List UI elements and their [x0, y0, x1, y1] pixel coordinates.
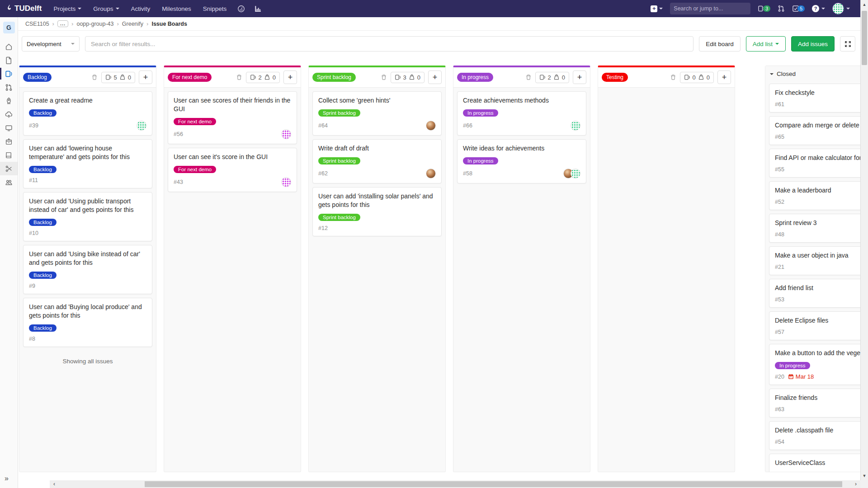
- menu-groups[interactable]: Groups: [93, 5, 119, 12]
- sidebar-item-members[interactable]: [0, 175, 18, 189]
- issue-card[interactable]: Compare adn merge or delete old b#65: [769, 116, 868, 145]
- issue-card[interactable]: Finalize friends#63: [769, 389, 868, 418]
- menu-snippets[interactable]: Snippets: [203, 5, 227, 12]
- issue-card[interactable]: Write ideas for achievementsIn progress#…: [457, 139, 586, 183]
- list-label[interactable]: Backlog: [23, 73, 52, 82]
- list-label[interactable]: Sprint backlog: [312, 73, 356, 82]
- issue-card[interactable]: User can add 'Buying local produce' and …: [23, 298, 152, 347]
- card-label-pill[interactable]: Backlog: [29, 166, 57, 173]
- issue-card[interactable]: User can add 'Using public transport ins…: [23, 192, 152, 241]
- vertical-scrollbar[interactable]: ▲ ▼: [860, 0, 868, 488]
- sidebar-item-issues[interactable]: [0, 67, 18, 80]
- add-list-button[interactable]: Add list: [746, 36, 786, 52]
- sidebar-item-snippets[interactable]: [0, 162, 18, 175]
- delete-list-button[interactable]: [670, 74, 676, 80]
- issue-card[interactable]: User can add 'Using bike instead of car'…: [23, 245, 152, 294]
- issue-card[interactable]: Add friend list#53: [769, 279, 868, 308]
- issue-card[interactable]: User can see scores of their friends in …: [168, 91, 297, 144]
- add-issue-button[interactable]: +: [573, 70, 586, 84]
- board-switcher[interactable]: Development: [22, 36, 80, 52]
- add-issue-button[interactable]: +: [428, 70, 442, 84]
- scroll-up-arrow[interactable]: ▲: [861, 2, 868, 7]
- weight-count: 0: [417, 74, 420, 81]
- card-label-pill[interactable]: Backlog: [29, 272, 57, 279]
- issue-card[interactable]: User can add 'lowering house temperature…: [23, 139, 152, 188]
- list-label[interactable]: For next demo: [168, 73, 212, 82]
- breadcrumb-ellipsis-button[interactable]: ...: [57, 20, 68, 27]
- issue-card[interactable]: Make a leaderboard#52: [769, 181, 868, 210]
- menu-projects[interactable]: Projects: [53, 5, 81, 12]
- card-label-pill[interactable]: In progress: [463, 157, 498, 164]
- issue-card[interactable]: Make a user object in java#21: [769, 246, 868, 275]
- help-menu[interactable]: ?: [812, 5, 825, 12]
- vertical-scroll-thumb[interactable]: [862, 11, 867, 65]
- sidebar-item-ci-cd[interactable]: [0, 94, 18, 108]
- fullscreen-button[interactable]: [840, 36, 855, 52]
- tudelft-logo[interactable]: TUDelft: [6, 4, 42, 13]
- issue-card[interactable]: Fix checkstyle#61: [769, 84, 868, 113]
- user-menu[interactable]: [832, 3, 850, 14]
- issue-card[interactable]: User can see it's score in the GUIFor ne…: [168, 148, 297, 192]
- delete-list-button[interactable]: [381, 74, 387, 80]
- card-label-pill[interactable]: Sprint backlog: [318, 157, 360, 164]
- card-label-pill[interactable]: Backlog: [29, 219, 57, 226]
- sidebar-item-merge-requests[interactable]: [0, 80, 18, 94]
- sidebar-item-wiki[interactable]: [0, 148, 18, 162]
- sidebar-item-operations[interactable]: [0, 108, 18, 121]
- scroll-left-arrow[interactable]: ‹: [53, 480, 55, 488]
- todos-icon[interactable]: 5: [792, 5, 805, 12]
- menu-activity[interactable]: Activity: [131, 5, 151, 12]
- list-label[interactable]: Testing: [602, 73, 628, 82]
- issue-card[interactable]: Create a great readmeBacklog#39: [23, 91, 152, 136]
- card-label-pill[interactable]: Backlog: [29, 324, 57, 332]
- delete-list-button[interactable]: [525, 74, 532, 80]
- issue-card[interactable]: Sprint review 3#48: [769, 214, 868, 243]
- issue-card[interactable]: Write draft of draftSprint backlog#62: [312, 139, 442, 183]
- sidebar-item-repository[interactable]: [0, 53, 18, 67]
- card-label-pill[interactable]: In progress: [775, 362, 810, 369]
- add-issue-button[interactable]: +: [283, 70, 297, 84]
- breadcrumb-project[interactable]: Greenify: [122, 21, 143, 27]
- issue-card[interactable]: Create achievements methodsIn progress#6…: [457, 91, 586, 136]
- issue-card[interactable]: Delete Eclipse files#57: [769, 311, 868, 340]
- sidebar-item-home[interactable]: [0, 40, 18, 53]
- sidebar-item-monitor[interactable]: [0, 121, 18, 135]
- menu-milestones[interactable]: Milestones: [162, 5, 191, 12]
- add-issue-button[interactable]: +: [717, 70, 731, 84]
- horizontal-scrollbar[interactable]: ‹ ›: [50, 480, 860, 488]
- issue-card[interactable]: Collect some 'green hints'Sprint backlog…: [312, 91, 442, 136]
- breadcrumb-group[interactable]: CSE1105: [25, 21, 49, 27]
- card-label-pill[interactable]: In progress: [463, 109, 498, 117]
- collapse-list-caret[interactable]: [770, 73, 774, 75]
- issue-card[interactable]: Make a button to add the vegetarianIn pr…: [769, 344, 868, 385]
- analytics-chart-icon[interactable]: [254, 5, 262, 13]
- card-label-pill[interactable]: Sprint backlog: [318, 214, 360, 221]
- issue-card[interactable]: User can add 'installing solar panels' a…: [312, 187, 442, 236]
- card-label-pill[interactable]: Sprint backlog: [318, 109, 360, 117]
- card-label-pill[interactable]: Backlog: [29, 109, 57, 117]
- delete-list-button[interactable]: [91, 74, 98, 80]
- edit-board-button[interactable]: Edit board: [699, 36, 741, 52]
- sidebar-item-packages[interactable]: [0, 135, 18, 148]
- add-issues-button[interactable]: Add issues: [791, 36, 835, 52]
- issues-icon[interactable]: 3: [758, 5, 770, 12]
- add-issue-button[interactable]: +: [139, 70, 152, 84]
- new-menu-button[interactable]: +: [651, 5, 663, 12]
- issue-card[interactable]: Delete .classpath file#54: [769, 421, 868, 450]
- scroll-right-arrow[interactable]: ›: [855, 480, 857, 488]
- breadcrumb-subgroup[interactable]: oopp-group-43: [76, 21, 113, 27]
- list-label[interactable]: In progress: [457, 73, 493, 82]
- scroll-down-arrow[interactable]: ▼: [861, 474, 868, 478]
- card-label-pill[interactable]: For next demo: [174, 118, 216, 125]
- filter-input[interactable]: [85, 36, 693, 52]
- horizontal-scroll-thumb[interactable]: [145, 481, 842, 487]
- delete-list-button[interactable]: [236, 74, 242, 80]
- issue-card[interactable]: Find API or make calculator for CO2#55: [769, 149, 868, 178]
- global-search-input[interactable]: [674, 5, 746, 12]
- card-label-pill[interactable]: For next demo: [174, 166, 216, 173]
- issue-card[interactable]: UserServiceClass#50: [769, 454, 868, 472]
- dashboard-gauge-icon[interactable]: [237, 5, 245, 13]
- merge-request-icon[interactable]: [778, 5, 785, 12]
- project-avatar[interactable]: G: [3, 22, 15, 33]
- sidebar-expand-button[interactable]: »: [5, 474, 9, 483]
